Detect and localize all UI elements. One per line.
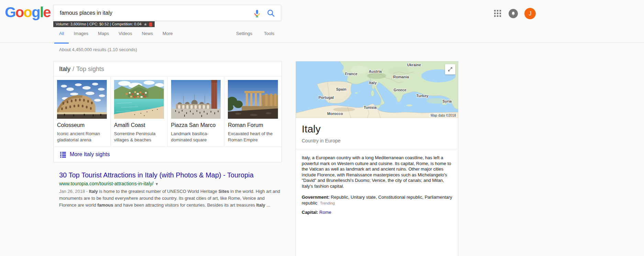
map-label-austria: Austria xyxy=(369,69,382,73)
google-apps-icon[interactable] xyxy=(494,10,501,17)
tab-videos[interactable]: Videos xyxy=(114,31,137,44)
sight-name[interactable]: Piazza San Marco xyxy=(171,122,221,128)
top-sights-header: Italy/Top sights xyxy=(54,61,281,77)
sight-name[interactable]: Colosseum xyxy=(57,122,107,128)
knowledge-panel-description: Italy, a European country with a long Me… xyxy=(296,149,458,189)
sight-card-colosseum[interactable]: Colosseum Iconic ancient Roman gladiator… xyxy=(54,77,111,147)
map-label-france: France xyxy=(345,72,357,76)
top-sights-subtitle: Top sights xyxy=(76,66,104,72)
map-label-greece: Greece xyxy=(393,88,406,92)
search-box[interactable] xyxy=(53,5,281,21)
sight-name[interactable]: Amalfi Coast xyxy=(114,122,164,128)
sight-description: Excavated heart of the Roman Empire xyxy=(228,131,278,143)
map-label-ukraine: Ukraine xyxy=(407,63,421,67)
piazza-san-marco-thumbnail xyxy=(171,80,221,119)
avatar-initial: J xyxy=(529,11,532,17)
fact-label: Government: xyxy=(302,195,330,200)
google-serp-page: Google Volume: 3,600/mo | CPC: $0.52 | C… xyxy=(0,0,644,256)
keywords-everywhere-icon[interactable] xyxy=(149,22,152,26)
notifications-bell-icon[interactable] xyxy=(509,9,518,18)
roman-forum-thumbnail xyxy=(228,80,278,119)
logo-letter: g xyxy=(32,4,40,20)
sight-description: Iconic ancient Roman gladiatorial arena xyxy=(57,131,107,143)
top-sights-title[interactable]: Italy xyxy=(59,66,70,72)
result-options-caret-icon[interactable]: ▼ xyxy=(155,182,159,186)
logo-letter: G xyxy=(5,4,15,20)
logo-letter: o xyxy=(15,4,24,20)
logo-letter: e xyxy=(43,4,50,20)
map-label-syria: Syria xyxy=(443,99,452,103)
logo-letter: o xyxy=(23,4,32,20)
map-label-spain: Spain xyxy=(336,87,346,91)
map-expand-icon[interactable] xyxy=(445,64,455,74)
sight-description: Landmark basilica-dominated square xyxy=(171,131,221,143)
map-label-turkey: Turkey xyxy=(416,94,429,98)
result-title-link[interactable]: 30 Top Tourist Attractions in Italy (wit… xyxy=(59,171,280,179)
result-url: www.touropia.com/tourist-attractions-in-… xyxy=(59,181,154,186)
result-snippet: Jan 26, 2018 - Italy is home to the grea… xyxy=(59,188,280,209)
top-sights-row: Colosseum Iconic ancient Roman gladiator… xyxy=(54,77,281,147)
sight-name[interactable]: Roman Forum xyxy=(228,122,278,128)
organic-result: 30 Top Tourist Attractions in Italy (wit… xyxy=(59,171,280,209)
capital-link[interactable]: Rome xyxy=(319,210,331,215)
tabs-right-group: Settings Tools xyxy=(236,31,274,36)
trending-badge: Trending xyxy=(320,201,335,205)
favorite-star-icon[interactable]: ★ xyxy=(144,22,147,26)
knowledge-panel-title: Italy xyxy=(302,123,452,135)
tab-news[interactable]: News xyxy=(137,31,158,44)
keywords-everywhere-bar: Volume: 3,600/mo | CPC: $0.52 | Competit… xyxy=(53,21,155,27)
map-label-italy: Italy xyxy=(369,81,377,85)
colosseum-thumbnail xyxy=(57,80,107,119)
tab-all[interactable]: All xyxy=(54,31,69,44)
tab-maps[interactable]: Maps xyxy=(93,31,114,44)
search-input[interactable] xyxy=(60,5,245,21)
knowledge-panel-facts: Government: Republic, Unitary state, Con… xyxy=(296,189,458,220)
tab-more[interactable]: More xyxy=(158,31,178,44)
google-logo[interactable]: Google xyxy=(5,4,51,21)
result-url-row: www.touropia.com/tourist-attractions-in-… xyxy=(59,181,280,186)
sight-card-piazza-san-marco[interactable]: Piazza San Marco Landmark basilica-domin… xyxy=(168,77,225,147)
sight-description: Sorrentine Peninsula villages & beaches xyxy=(114,131,164,143)
amalfi-coast-thumbnail xyxy=(114,80,164,119)
knowledge-panel: UkraineAustriaFranceRomaniaItalySpainGre… xyxy=(296,61,458,256)
map-label-tunisia: Tunisia xyxy=(364,105,377,109)
knowledge-panel-header: Italy Country in Europe xyxy=(296,118,458,149)
europe-map: UkraineAustriaFranceRomaniaItalySpainGre… xyxy=(296,61,458,118)
map-label-morocco: Morocco xyxy=(327,112,343,116)
fact-capital: Capital: Rome xyxy=(302,209,452,215)
list-icon xyxy=(60,151,66,158)
knowledge-panel-map[interactable]: UkraineAustriaFranceRomaniaItalySpainGre… xyxy=(296,61,458,118)
knowledge-panel-subtitle: Country in Europe xyxy=(302,138,452,143)
search-tabs: All Images Maps Videos News More xyxy=(54,31,178,44)
logo-letter: l xyxy=(40,4,43,20)
fact-label: Capital: xyxy=(302,210,318,215)
fact-government: Government: Republic, Unitary state, Con… xyxy=(302,194,452,206)
sight-card-roman-forum[interactable]: Roman Forum Excavated heart of the Roman… xyxy=(224,77,281,147)
tab-images[interactable]: Images xyxy=(69,31,93,44)
top-sights-separator: / xyxy=(73,66,74,72)
more-italy-sights-button[interactable]: More Italy sights xyxy=(54,147,281,162)
sight-card-amalfi-coast[interactable]: Amalfi Coast Sorrentine Peninsula villag… xyxy=(111,77,168,147)
more-italy-sights-label[interactable]: More Italy sights xyxy=(70,151,110,158)
results-stats: About 4,450,000 results (1.10 seconds) xyxy=(59,47,137,52)
profile-avatar[interactable]: J xyxy=(524,8,536,19)
map-label-portugal: Portugal xyxy=(319,95,334,100)
settings-menu[interactable]: Settings xyxy=(236,31,252,36)
voice-search-icon[interactable] xyxy=(253,9,262,18)
map-label-romania: Romania xyxy=(393,75,409,79)
tools-menu[interactable]: Tools xyxy=(264,31,274,36)
map-attribution: Map data ©2018 xyxy=(430,114,457,117)
keyword-metrics-text: Volume: 3,600/mo | CPC: $0.52 | Competit… xyxy=(56,21,142,27)
search-icon[interactable] xyxy=(266,9,275,18)
top-sights-card: Italy/Top sights xyxy=(53,61,282,162)
